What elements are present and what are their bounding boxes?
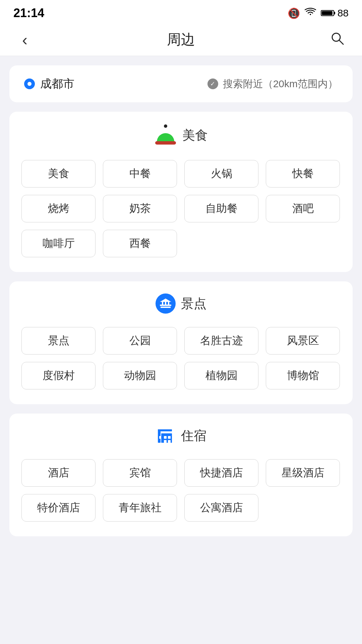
status-icons: 📵 88 [288,7,349,19]
page-title: 周边 [35,30,327,49]
tag-btn-宾馆[interactable]: 宾馆 [103,459,177,487]
attraction-category-icon [156,293,176,314]
battery-level: 88 [338,7,349,19]
svg-marker-10 [160,299,171,302]
svg-rect-14 [159,436,161,439]
tag-btn-名胜古迹[interactable]: 名胜古迹 [184,327,258,355]
tag-btn-美食[interactable]: 美食 [21,160,96,187]
svg-line-4 [339,40,343,44]
svg-rect-18 [168,440,171,443]
tag-btn-星级酒店[interactable]: 星级酒店 [266,459,340,487]
svg-rect-17 [164,440,167,443]
tag-btn-风景区[interactable]: 风景区 [266,327,340,355]
tag-btn-快捷酒店[interactable]: 快捷酒店 [184,459,258,487]
section-title-food: 美食 [182,127,208,144]
tag-btn-公寓酒店[interactable]: 公寓酒店 [184,494,258,522]
tag-btn-植物园[interactable]: 植物园 [184,362,258,389]
tag-btn-公园[interactable]: 公园 [103,327,177,355]
section-hotel: 住宿 酒店 宾馆 快捷酒店 星级酒店 特价酒店 青年旅社 公寓酒店 [9,414,353,536]
tag-btn-中餐[interactable]: 中餐 [103,160,177,187]
battery-icon: 88 [321,7,349,19]
tag-btn-青年旅社[interactable]: 青年旅社 [103,494,177,522]
section-header-hotel: 住宿 [21,426,341,446]
search-button[interactable] [327,31,347,49]
search-range-text: 搜索附近（20km范围内） [223,77,338,91]
city-name: 成都市 [40,76,74,92]
tag-btn-酒店[interactable]: 酒店 [21,459,96,487]
hotel-category-icon [156,426,176,446]
tag-btn-奶茶[interactable]: 奶茶 [103,195,177,222]
search-range[interactable]: ✓ 搜索附近（20km范围内） [207,77,338,91]
tag-btn-西餐[interactable]: 西餐 [103,230,177,257]
status-time: 21:14 [13,6,44,20]
svg-rect-6 [160,305,171,306]
svg-rect-2 [322,11,333,15]
svg-rect-7 [162,302,163,305]
tag-btn-酒吧[interactable]: 酒吧 [266,195,340,222]
tag-btn-景点[interactable]: 景点 [21,327,96,355]
tag-btn-博物馆[interactable]: 博物馆 [266,362,340,389]
food-category-icon [154,124,177,147]
city-location[interactable]: 成都市 [24,76,74,92]
tag-btn-特价酒店[interactable]: 特价酒店 [21,494,96,522]
section-attraction: 景点 景点 公园 名胜古迹 风景区 度假村 动物园 植物园 博物馆 [9,281,353,404]
svg-rect-8 [165,302,166,305]
tag-btn-烧烤[interactable]: 烧烤 [21,195,96,222]
check-icon: ✓ [207,78,218,89]
status-bar: 21:14 📵 88 [0,0,362,23]
section-food: 美食 美食 中餐 火锅 快餐 烧烤 奶茶 自助餐 酒吧 咖啡厅 西餐 [9,112,353,272]
location-dot-icon [24,78,35,89]
svg-rect-5 [161,307,171,308]
tag-btn-火锅[interactable]: 火锅 [184,160,258,187]
tag-btn-咖啡厅[interactable]: 咖啡厅 [21,230,96,257]
wifi-icon [305,7,316,19]
back-button[interactable]: ‹ [15,31,35,49]
tags-grid-attraction: 景点 公园 名胜古迹 风景区 度假村 动物园 植物园 博物馆 [21,327,341,389]
tag-btn-度假村[interactable]: 度假村 [21,362,96,389]
svg-rect-9 [168,302,169,305]
tag-btn-动物园[interactable]: 动物园 [103,362,177,389]
tag-btn-快餐[interactable]: 快餐 [266,160,340,187]
svg-rect-16 [168,436,171,439]
tags-grid-hotel: 酒店 宾馆 快捷酒店 星级酒店 特价酒店 青年旅社 公寓酒店 [21,459,341,522]
svg-rect-15 [164,436,167,439]
section-title-attraction: 景点 [181,295,206,312]
section-header-attraction: 景点 [21,293,341,314]
svg-rect-1 [334,12,335,14]
phone-icon: 📵 [288,7,300,19]
tags-grid-food: 美食 中餐 火锅 快餐 烧烤 奶茶 自助餐 酒吧 咖啡厅 西餐 [21,160,341,257]
section-title-hotel: 住宿 [181,427,206,444]
section-header-food: 美食 [21,124,341,147]
location-bar: 成都市 ✓ 搜索附近（20km范围内） [9,65,353,102]
header: ‹ 周边 [0,23,362,56]
svg-rect-12 [158,429,172,431]
tag-btn-自助餐[interactable]: 自助餐 [184,195,258,222]
